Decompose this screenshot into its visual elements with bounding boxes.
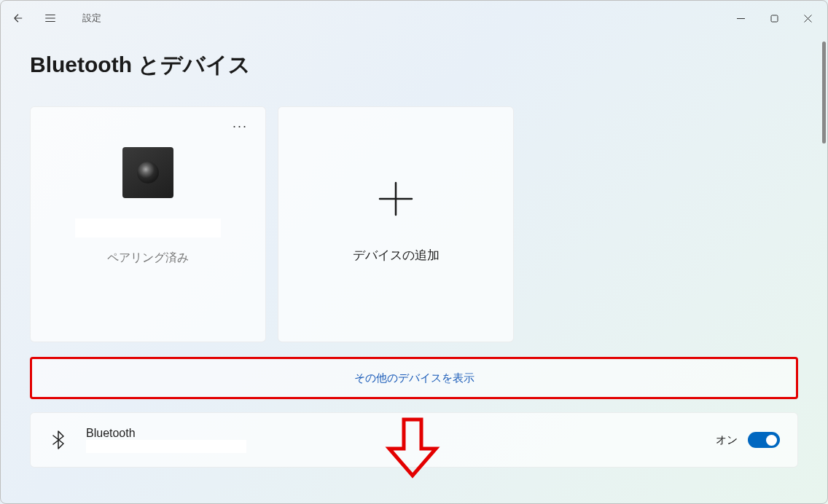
maximize-button[interactable] — [757, 7, 791, 30]
settings-window: 設定 Bluetooth とデバイス ··· ペアリング済み — [0, 0, 828, 504]
bluetooth-toggle-wrap: オン — [716, 432, 780, 448]
back-button[interactable] — [4, 4, 33, 33]
scrollbar[interactable] — [822, 42, 826, 143]
page-title: Bluetooth とデバイス — [30, 50, 798, 80]
bluetooth-icon — [48, 430, 69, 449]
bluetooth-toggle-row: Bluetooth オン — [30, 412, 798, 468]
svg-rect-3 — [771, 15, 778, 22]
plus-icon — [375, 178, 416, 219]
bluetooth-toggle[interactable] — [748, 432, 780, 448]
titlebar: 設定 — [1, 1, 827, 36]
bluetooth-subtext-placeholder — [86, 440, 246, 453]
show-more-label: その他のデバイスを表示 — [354, 371, 474, 385]
menu-button[interactable] — [36, 4, 65, 33]
device-status: ペアリング済み — [107, 251, 189, 266]
bluetooth-text-block: Bluetooth — [86, 427, 246, 453]
back-arrow-icon — [12, 12, 25, 25]
device-tiles: ··· ペアリング済み デバイスの追加 — [30, 106, 798, 342]
window-controls — [724, 7, 824, 30]
maximize-icon — [770, 15, 778, 23]
show-more-devices-button[interactable]: その他のデバイスを表示 — [30, 357, 798, 399]
device-name-placeholder — [75, 218, 221, 237]
hamburger-icon — [44, 12, 57, 25]
close-icon — [804, 15, 812, 23]
close-button[interactable] — [791, 7, 824, 30]
device-more-button[interactable]: ··· — [227, 116, 254, 137]
add-device-tile[interactable]: デバイスの追加 — [278, 106, 514, 342]
minimize-button[interactable] — [724, 7, 757, 30]
paired-device-tile[interactable]: ··· ペアリング済み — [30, 106, 266, 342]
app-title: 設定 — [82, 12, 101, 25]
content-area: Bluetooth とデバイス ··· ペアリング済み デバイスの追加 その他の… — [1, 36, 827, 503]
titlebar-left: 設定 — [4, 4, 101, 33]
bluetooth-label: Bluetooth — [86, 427, 246, 440]
speaker-icon — [122, 147, 173, 198]
toggle-state-label: オン — [716, 433, 738, 447]
minimize-icon — [737, 15, 745, 23]
add-device-label: デバイスの追加 — [353, 247, 440, 264]
